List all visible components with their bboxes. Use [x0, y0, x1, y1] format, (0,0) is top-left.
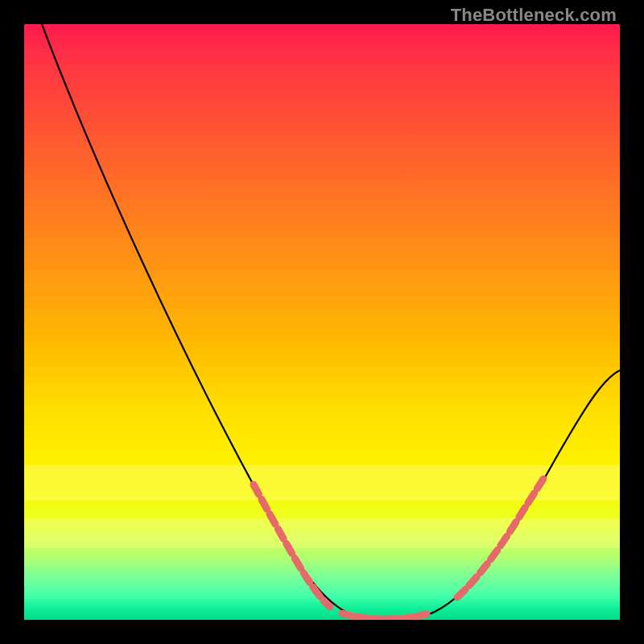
- chart-plot-area: [24, 24, 620, 620]
- highlight-valley: [342, 613, 427, 619]
- watermark-text: TheBottleneck.com: [451, 5, 617, 26]
- bottleneck-curve: [24, 24, 620, 620]
- curve-path: [42, 24, 620, 620]
- highlight-right-ascent: [457, 475, 546, 597]
